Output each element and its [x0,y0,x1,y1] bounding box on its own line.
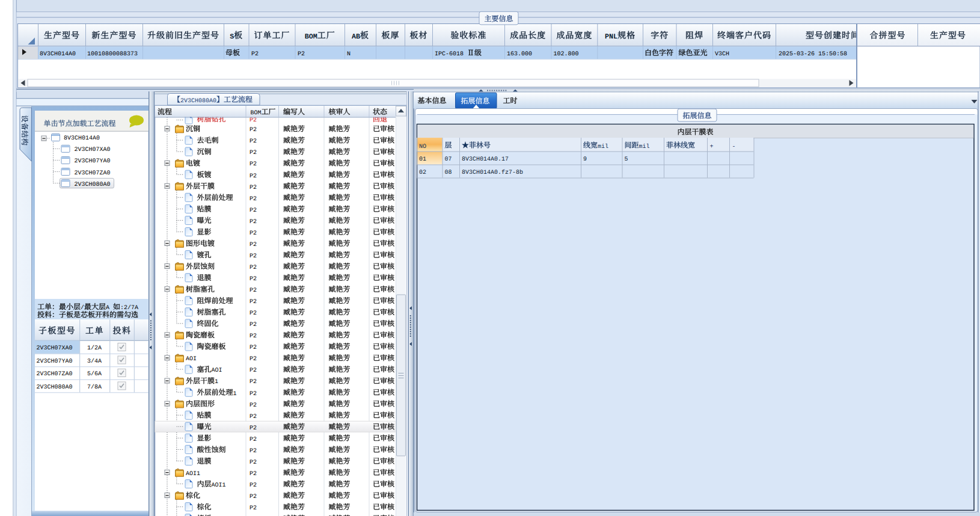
svg-text:2V3CH07ZA0: 2V3CH07ZA0 [37,371,73,378]
svg-text:P2: P2 [298,51,305,58]
svg-text:AOI: AOI [212,367,222,374]
svg-text::2/7A: :2/7A [120,304,138,312]
svg-text:102.800: 102.800 [554,51,579,58]
svg-text:2V3CH07YA0: 2V3CH07YA0 [75,158,111,165]
svg-text:2V3CH07XA0: 2V3CH07XA0 [37,345,73,352]
svg-text:AOI1: AOI1 [212,482,226,489]
svg-text:1: 1 [233,391,237,398]
svg-text:AOI1: AOI1 [186,471,200,478]
svg-text:NO: NO [419,144,426,150]
svg-text:/: / [81,304,84,312]
svg-text:7/8A: 7/8A [87,384,102,391]
svg-text:P2: P2 [251,51,259,58]
svg-text:V3CH: V3CH [715,51,729,58]
svg-text:IPC-6018: IPC-6018 [435,51,464,58]
svg-text:2025-03-26 15:50:58: 2025-03-26 15:50:58 [779,51,847,58]
svg-text:02: 02 [419,170,426,176]
svg-text:PNL: PNL [605,32,617,41]
svg-text:2V3CH080A0: 2V3CH080A0 [75,182,111,188]
svg-text:mil: mil [639,143,650,150]
svg-text:+: + [710,144,714,150]
svg-text:2V3CH080A0: 2V3CH080A0 [180,98,216,105]
svg-text:BOM: BOM [305,32,317,41]
svg-text:9: 9 [583,156,587,163]
svg-text:8V3CH014A0.fz7-8b: 8V3CH014A0.fz7-8b [462,169,523,176]
svg-text:3/4A: 3/4A [87,358,102,365]
svg-text:8V3CH014A0.17: 8V3CH014A0.17 [462,156,509,163]
svg-text:AB: AB [352,32,360,41]
svg-text:8V3CH014A0: 8V3CH014A0 [40,51,76,58]
svg-text:8V3CH014A0: 8V3CH014A0 [64,135,100,142]
svg-text:A: A [106,305,109,312]
svg-text:2V3CH07XA0: 2V3CH07XA0 [75,147,111,153]
svg-text:2V3CH07ZA0: 2V3CH07ZA0 [75,170,111,177]
svg-text:N: N [347,51,351,58]
svg-text:08: 08 [445,170,452,176]
svg-text:P2: P2 [250,117,257,124]
svg-text:1: 1 [215,379,218,385]
svg-text:BOM: BOM [251,110,262,117]
svg-text:2V3CH080A0: 2V3CH080A0 [37,384,73,391]
svg-text:S: S [230,32,234,41]
svg-text:01: 01 [419,156,426,163]
svg-text:5/6A: 5/6A [87,370,102,378]
svg-text:mil: mil [598,143,608,150]
svg-text:2V3CH07YA0: 2V3CH07YA0 [37,358,73,365]
svg-text:1/2A: 1/2A [87,345,102,352]
svg-text:5: 5 [625,156,628,163]
svg-text:AOI: AOI [186,356,197,363]
svg-text:10010800088373: 10010800088373 [87,51,138,58]
svg-text:07: 07 [445,156,452,163]
svg-text:163.000: 163.000 [507,51,532,58]
svg-text:-: - [732,144,736,150]
